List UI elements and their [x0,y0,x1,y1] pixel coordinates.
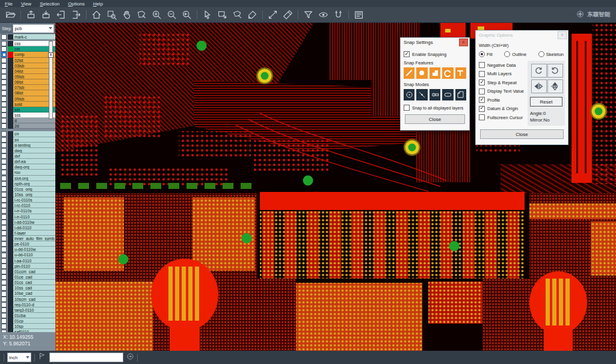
layer-color-chip[interactable] [8,164,13,170]
layer-row[interactable]: 01cs_orig [0,187,55,192]
snap-mode-surface-icon[interactable] [455,89,466,100]
snap-feature-line-icon[interactable] [404,67,414,79]
layer-row[interactable]: 07lsb [0,85,55,90]
view-eye-icon[interactable] [316,8,331,21]
layer-color-chip[interactable] [8,69,13,74]
menu-file[interactable]: File [5,1,13,7]
enable-snapping-row[interactable]: Enable Snapping [404,51,466,57]
layer-color-chip[interactable] [8,230,13,236]
layer-visibility-checkbox[interactable] [1,170,7,175]
brush-icon[interactable] [245,8,260,21]
measure-point-icon[interactable] [265,8,280,21]
layer-row[interactable]: d [0,118,55,123]
snap-feature-pad-icon[interactable] [416,67,427,79]
layer-color-chip[interactable] [8,225,13,230]
layer-visibility-checkbox[interactable] [1,164,7,170]
layer-visibility-checkbox[interactable] [1,131,7,137]
layer-row[interactable]: 10scm_cad [0,297,55,302]
layer-row[interactable]: sm [0,107,55,113]
layer-badge[interactable]: B [48,52,54,58]
import-down-icon[interactable] [38,8,54,21]
graphic-option-display-text-value[interactable]: Display Text Value [479,87,525,96]
layer-visibility-checkbox[interactable] [1,90,7,96]
layer-row[interactable]: targ3-0110 [0,307,55,313]
snap-all-layers-row[interactable]: Snap to all displayed layers [404,105,466,111]
layer-visibility-checkbox[interactable] [1,241,7,247]
width-radio-outline[interactable]: Outline [504,51,526,57]
radio-icon[interactable] [538,51,544,57]
layer-row[interactable]: 01ce_cad [0,274,55,280]
layer-color-chip[interactable] [8,291,13,296]
layer-color-chip[interactable] [8,41,13,46]
layer-visibility-checkbox[interactable] [1,247,7,252]
layer-row[interactable]: inner_auto_film_symb [0,236,55,241]
zoom-polygon-icon[interactable] [134,8,149,21]
layer-row[interactable]: 08lst [0,90,55,96]
graphic-option-multi-layers[interactable]: Multi Layers [479,70,525,79]
radio-icon[interactable] [504,51,510,57]
layer-row[interactable]: 05lsb [0,74,55,79]
zoom-window-icon[interactable] [104,8,119,21]
layer-row[interactable]: 10ss_orig [0,192,55,197]
layer-row[interactable]: 06lst [0,79,55,85]
layer-row[interactable]: 2d [0,123,55,129]
rotate-cw-button[interactable] [531,64,547,78]
close-icon[interactable]: x [459,39,468,46]
graphic-close-button[interactable]: Close [480,129,564,139]
layer-visibility-checkbox[interactable] [1,307,7,313]
snap-mode-slot-icon[interactable] [442,89,453,100]
layer-color-chip[interactable] [8,192,13,197]
layer-color-chip[interactable] [8,143,13,148]
graphic-option-negative-data[interactable]: Negative Data [479,61,525,70]
layer-visibility-checkbox[interactable] [1,192,7,197]
select-window-icon[interactable] [215,8,230,21]
width-radio-fill[interactable]: Fill [479,51,493,57]
layer-color-chip[interactable] [8,159,13,164]
layer-visibility-checkbox[interactable] [1,137,7,143]
snap-magnet-icon[interactable] [331,8,346,21]
run-command-icon[interactable] [126,352,134,363]
layer-color-chip[interactable] [8,176,13,181]
layer-visibility-checkbox[interactable] [1,102,7,107]
layer-row[interactable]: 09lsb [0,96,55,102]
command-input[interactable] [49,353,123,362]
layer-color-chip[interactable] [8,285,13,291]
layer-color-chip[interactable] [8,102,13,107]
layer-visibility-checkbox[interactable] [1,230,7,236]
layer-visibility-checkbox[interactable] [1,187,7,192]
layer-visibility-checkbox[interactable] [1,69,7,74]
layer-color-chip[interactable] [8,90,13,96]
menu-options[interactable]: Options [68,1,85,7]
zoom-in-icon[interactable] [149,8,164,21]
layer-color-chip[interactable] [8,269,13,274]
layer-visibility-checkbox[interactable] [1,159,7,164]
layer-row[interactable]: mark-c [0,34,55,40]
layer-row[interactable]: i-aa-0110 [0,258,55,264]
layer-row[interactable]: cm [0,46,55,52]
mirror-vertical-button[interactable] [547,79,563,93]
layer-color-chip[interactable] [8,264,13,269]
layer-visibility-checkbox[interactable] [1,118,7,123]
layer-visibility-checkbox[interactable] [1,148,7,153]
graphic-option-datum-origin[interactable]: Datum & Origin [479,105,525,114]
layer-visibility-checkbox[interactable] [1,313,7,318]
layer-row[interactable]: f-layer [0,230,55,236]
menu-selection[interactable]: Selection [40,1,60,7]
layer-row[interactable]: i-dd-0110w [0,220,55,225]
layer-color-chip[interactable] [8,63,13,69]
layer-row[interactable]: sss [0,113,55,118]
layer-color-chip[interactable] [8,280,13,285]
layer-visibility-checkbox[interactable] [1,297,7,302]
layer-visibility-checkbox[interactable] [1,264,7,269]
layer-visibility-checkbox[interactable] [1,291,7,297]
layer-visibility-checkbox[interactable] [1,269,7,274]
pan-hand-icon[interactable] [119,8,134,21]
layer-row[interactable]: saf0110 [0,329,55,332]
layer-color-chip[interactable] [8,181,13,187]
width-radio-skeleton[interactable]: Skeleton [538,51,564,57]
layer-color-chip[interactable] [8,187,13,192]
layer-row[interactable]: 04lst [0,69,55,74]
snap-feature-text-icon[interactable] [455,67,466,79]
option-checkbox[interactable] [479,71,485,77]
layer-visibility-checkbox[interactable] [1,318,7,324]
